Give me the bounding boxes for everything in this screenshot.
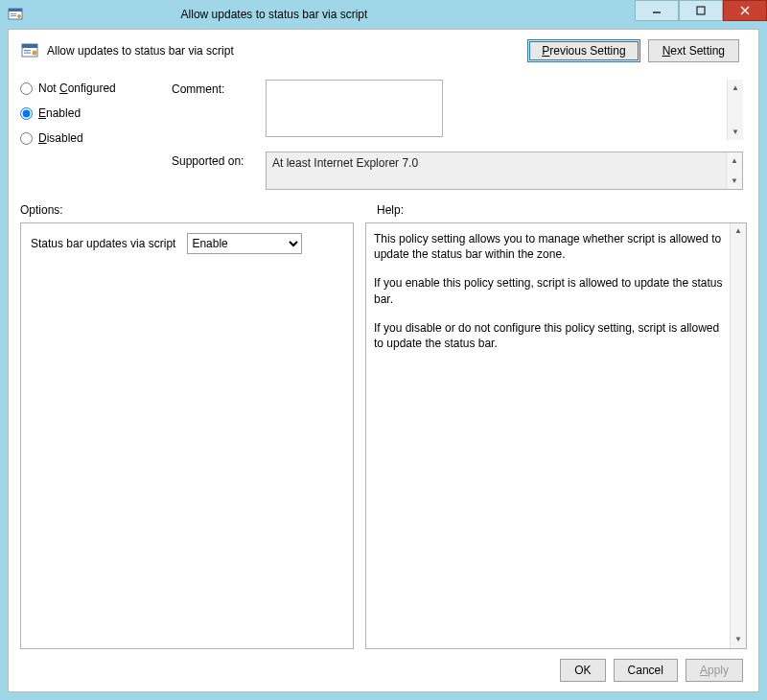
state-radio-group: Not Configured Enabled Disabled [20,80,164,190]
previous-setting-button[interactable]: Previous Setting [527,39,639,62]
scroll-up-icon[interactable]: ▲ [727,152,742,169]
section-labels: Options: Help: [20,203,747,217]
policy-title: Allow updates to status bar via script [47,44,234,58]
svg-rect-6 [697,7,705,14]
comment-label: Comment: [172,80,258,140]
dialog-footer: OK Cancel Apply [20,659,747,682]
option-select[interactable]: Enable [187,233,302,254]
help-paragraph: If you enable this policy setting, scrip… [374,275,725,306]
scroll-down-icon[interactable]: ▼ [728,124,743,140]
scroll-up-icon[interactable]: ▲ [728,80,743,96]
header-row: Allow updates to status bar via script P… [20,39,747,62]
policy-icon [20,41,39,60]
minimize-button[interactable] [635,0,679,21]
svg-rect-12 [24,53,31,54]
radio-disabled[interactable]: Disabled [20,131,164,145]
help-paragraph: This policy setting allows you to manage… [374,231,725,262]
help-section-label: Help: [377,203,404,217]
next-setting-button[interactable]: Next Setting [648,39,739,62]
radio-enabled-input[interactable] [20,107,33,120]
supported-scrollbar[interactable]: ▲ ▼ [726,152,742,189]
comment-textarea[interactable] [266,80,443,137]
scroll-up-icon[interactable]: ▲ [731,223,746,240]
options-panel: Status bar updates via script Enable [20,222,354,649]
svg-rect-10 [22,44,37,48]
maximize-button[interactable] [679,0,723,21]
window-controls [635,0,767,21]
option-label: Status bar updates via script [31,237,175,250]
titlebar: Allow updates to status bar via script [0,0,767,29]
panels: Status bar updates via script Enable Thi… [20,222,747,649]
radio-enabled[interactable]: Enabled [20,106,164,120]
policy-dialog-window: Allow updates to status bar via script [0,0,767,700]
close-button[interactable] [723,0,767,21]
scroll-down-icon[interactable]: ▼ [727,173,742,189]
scroll-down-icon[interactable]: ▼ [731,632,746,648]
ok-button[interactable]: OK [560,659,605,682]
comment-scrollbar[interactable]: ▲ ▼ [727,80,743,140]
help-scrollbar[interactable]: ▲ ▼ [730,223,746,648]
radio-disabled-input[interactable] [20,132,33,145]
supported-on-label: Supported on: [172,152,258,190]
radio-not-configured[interactable]: Not Configured [20,82,164,95]
client-area: Allow updates to status bar via script P… [8,29,759,692]
options-section-label: Options: [20,203,365,217]
apply-button[interactable]: Apply [686,659,743,682]
help-paragraph: If you disable or do not configure this … [374,320,725,351]
help-panel: This policy setting allows you to manage… [365,222,747,649]
supported-on-value: At least Internet Explorer 7.0 [272,156,418,170]
config-row: Not Configured Enabled Disabled Comment: [20,80,747,190]
supported-on-box: At least Internet Explorer 7.0 ▲ ▼ [266,152,743,190]
cancel-button[interactable]: Cancel [614,659,678,682]
svg-rect-11 [24,50,31,51]
radio-not-configured-input[interactable] [20,82,33,95]
window-title: Allow updates to status bar via script [0,8,635,21]
svg-point-13 [33,51,37,56]
